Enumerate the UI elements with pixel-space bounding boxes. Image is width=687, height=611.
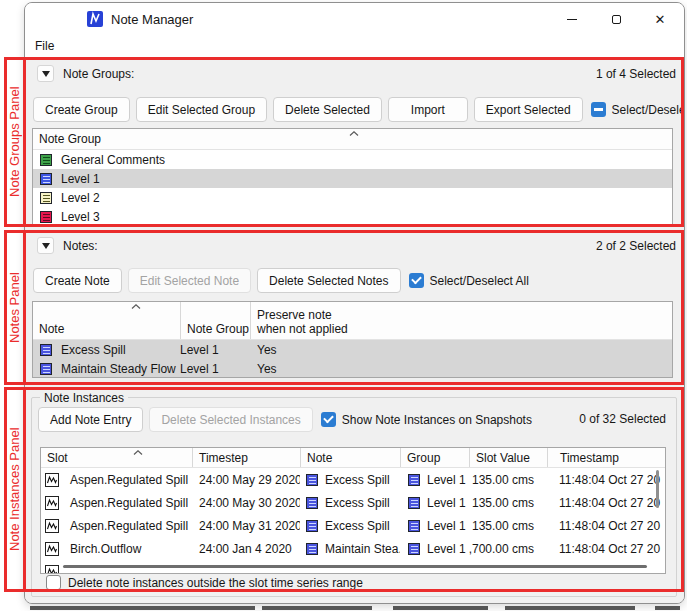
- delete-selected-notes-button[interactable]: Delete Selected Notes: [257, 268, 400, 293]
- show-instances-on-snapshots-checkbox[interactable]: [321, 412, 336, 427]
- note-groups-table: Note Group General Comments Level 1 Leve…: [32, 128, 673, 226]
- delete-outside-row: Delete note instances outside the slot t…: [46, 575, 363, 590]
- timeseries-slot-icon: [45, 473, 59, 487]
- column-header-timestamp[interactable]: Timestamp: [547, 448, 665, 467]
- timestep-cell: 24:00 May 30 2020: [192, 496, 300, 510]
- add-note-entry-button[interactable]: Add Note Entry: [38, 407, 143, 432]
- note-icon: [306, 474, 318, 486]
- table-row[interactable]: Level 1: [33, 169, 672, 188]
- group-name: Level 1: [427, 542, 466, 556]
- slot-name: Aspen.Regulated Spill: [70, 496, 188, 510]
- group-name: General Comments: [61, 153, 165, 167]
- export-selected-button[interactable]: Export Selected: [474, 97, 583, 122]
- vertical-scrollbar[interactable]: [656, 470, 659, 508]
- table-row[interactable]: General Comments: [33, 150, 672, 169]
- group-icon: [408, 543, 420, 555]
- table-row[interactable]: Level 3: [33, 207, 672, 226]
- group-name: Level 3: [61, 210, 100, 224]
- notes-toolbar: Create Note Edit Selected Note Delete Se…: [33, 268, 529, 293]
- sort-ascending-icon[interactable]: [349, 131, 359, 136]
- note-groups-panel-annotation-label: Note Groups Panel: [6, 57, 23, 227]
- delete-selected-instances-button[interactable]: Delete Selected Instances: [149, 407, 312, 432]
- timeseries-slot-icon: [45, 542, 59, 556]
- table-row[interactable]: Level 2: [33, 188, 672, 207]
- edit-selected-group-button[interactable]: Edit Selected Group: [136, 97, 267, 122]
- column-header-preserve[interactable]: Preserve note when not applied: [250, 302, 672, 339]
- table-row[interactable]: Maintain Steady Flow Level 1 Yes: [33, 359, 672, 378]
- minimize-button[interactable]: [550, 3, 594, 35]
- note-instances-toolbar: Add Note Entry Delete Selected Instances…: [38, 407, 532, 432]
- note-group-icon: [40, 173, 52, 185]
- import-button[interactable]: Import: [388, 97, 468, 122]
- create-group-button[interactable]: Create Group: [33, 97, 130, 122]
- note-group-icon: [40, 211, 52, 223]
- timestep-cell: 24:00 May 29 2020: [192, 473, 300, 487]
- group-name: Level 2: [61, 191, 100, 205]
- notes-select-deselect-all-checkbox[interactable]: [409, 273, 424, 288]
- close-button[interactable]: ✕: [638, 3, 682, 35]
- groups-select-deselect-all-checkbox[interactable]: [591, 102, 606, 117]
- timestamp-cell: 11:48:04 Oct 27 20: [547, 519, 665, 533]
- window-title: Note Manager: [111, 12, 193, 27]
- column-header-note[interactable]: Note: [33, 302, 180, 339]
- title-bar[interactable]: Note Manager ✕: [25, 3, 684, 35]
- delete-outside-range-checkbox[interactable]: [46, 575, 61, 590]
- notes-table: Note Note Group Preserve note when not a…: [32, 301, 673, 378]
- horizontal-scrollbar[interactable]: [63, 565, 647, 568]
- delete-outside-range-label: Delete note instances outside the slot t…: [68, 576, 363, 590]
- timestamp-cell: 11:48:04 Oct 27 20: [547, 473, 665, 487]
- timestep-cell: 24:00 Jan 4 2020: [192, 542, 300, 556]
- notes-panel-annotation-label: Notes Panel: [6, 230, 23, 385]
- delete-selected-button[interactable]: Delete Selected: [273, 97, 382, 122]
- create-note-button[interactable]: Create Note: [33, 268, 122, 293]
- group-name: Level 1: [427, 473, 466, 487]
- preserve-cell: Yes: [250, 343, 672, 357]
- timestamp-cell: 11:48:04 Oct 27 20: [547, 496, 665, 510]
- timestamp-cell: 11:48:04 Oct 27 20: [547, 542, 665, 556]
- show-instances-on-snapshots-label: Show Note Instances on Snapshots: [342, 413, 532, 427]
- timeseries-slot-icon: [45, 496, 59, 510]
- note-group-icon: [40, 192, 52, 204]
- column-header-note[interactable]: Note: [300, 448, 400, 467]
- note-name: Excess Spill: [325, 496, 390, 510]
- table-row[interactable]: Aspen.Regulated Spill 24:00 May 29 2020 …: [41, 468, 665, 491]
- table-row[interactable]: Birch.Outflow 24:00 Jan 4 2020 Maintain …: [41, 537, 665, 560]
- table-row[interactable]: Aspen.Regulated Spill 24:00 May 30 2020 …: [41, 491, 665, 514]
- note-group-icon: [40, 154, 52, 166]
- group-name: Level 1: [61, 172, 100, 186]
- preserve-cell: Yes: [250, 362, 672, 376]
- notes-collapse-button[interactable]: [37, 237, 54, 254]
- header-line: when not applied: [257, 322, 348, 336]
- note-instances-title: Note Instances: [40, 391, 128, 405]
- clipped-text-fragment: [505, 606, 635, 610]
- slot-name: Aspen.Regulated Spill: [70, 519, 188, 533]
- notes-section-label: Notes:: [63, 239, 98, 253]
- slot-value-cell: 135.00 cms: [469, 473, 547, 487]
- column-header-group[interactable]: Group: [400, 448, 469, 467]
- sort-ascending-icon[interactable]: [131, 304, 141, 309]
- header-line: Preserve note: [257, 308, 332, 322]
- window-controls: ✕: [550, 3, 682, 35]
- slot-name: Aspen.Regulated Spill: [70, 473, 188, 487]
- slot-value-cell: 135.00 cms: [469, 519, 547, 533]
- clipped-text-fragment: [30, 606, 255, 610]
- table-row[interactable]: Excess Spill Level 1 Yes: [33, 340, 672, 359]
- clipped-text-fragment: [262, 606, 372, 610]
- column-header-timestep[interactable]: Timestep: [192, 448, 300, 467]
- table-row[interactable]: Aspen.Regulated Spill 24:00 May 31 2020 …: [41, 514, 665, 537]
- column-header-note-group[interactable]: Note Group: [180, 302, 250, 339]
- maximize-button[interactable]: [594, 3, 638, 35]
- note-icon: [40, 344, 52, 356]
- note-name: Excess Spill: [325, 473, 390, 487]
- column-header-slot-value[interactable]: Slot Value: [469, 448, 547, 467]
- note-groups-selection-status: 1 of 4 Selected: [596, 67, 676, 81]
- note-group-cell: Level 1: [180, 362, 250, 376]
- column-header-slot[interactable]: Slot: [41, 448, 192, 467]
- slot-name: Birch.Outflow: [70, 542, 141, 556]
- note-groups-collapse-button[interactable]: [37, 65, 54, 82]
- menu-file[interactable]: File: [25, 35, 64, 57]
- triangle-down-icon: [42, 71, 50, 77]
- group-icon: [408, 497, 420, 509]
- sort-ascending-icon[interactable]: [133, 450, 143, 455]
- edit-selected-note-button[interactable]: Edit Selected Note: [128, 268, 251, 293]
